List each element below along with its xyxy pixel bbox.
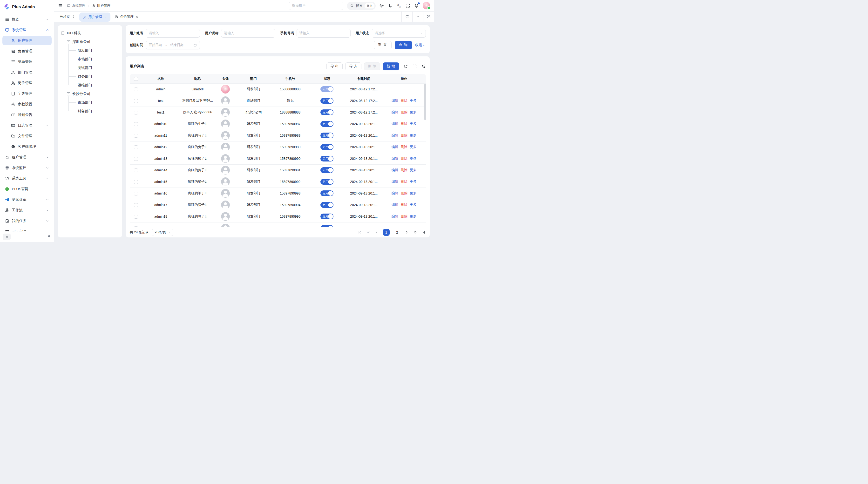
sidebar-collapse-button[interactable] [3,233,10,240]
delete-link[interactable]: 删除 [401,168,407,172]
delete-link[interactable]: 删除 [401,133,407,138]
edit-link[interactable]: 编辑 [392,99,398,103]
sidebar-item-tenant-management[interactable]: 租户管理 [2,152,52,162]
edit-link[interactable]: 编辑 [392,110,398,115]
tree-node[interactable]: 市场部门 [72,55,119,63]
sidebar-item-file-management[interactable]: 文件管理 [2,131,52,141]
query-button[interactable]: 查 询 [395,41,412,49]
sidebar-item-param-settings[interactable]: 参数设置 [2,99,52,109]
tabbar-content-fullscreen-button[interactable] [423,11,434,22]
sidebar-item-plus-website[interactable]: PLUS官网 [2,184,52,194]
row-checkbox[interactable] [134,168,138,172]
sidebar-item-system-tools[interactable]: 系统工具 [2,173,52,183]
page-number-2[interactable]: 2 [394,229,401,236]
tabbar-refresh-button[interactable] [401,11,412,22]
translate-icon[interactable]: 文A [397,3,402,8]
row-checkbox[interactable] [134,146,138,149]
pin-icon[interactable] [72,15,75,19]
status-toggle[interactable]: 启用 [320,98,334,104]
delete-link[interactable]: 删除 [401,180,407,184]
notifications-icon[interactable] [414,3,419,8]
prev-pages-button[interactable] [366,230,370,234]
export-button[interactable]: 导 出 [327,62,343,70]
dark-mode-icon[interactable] [388,3,393,8]
sidebar-item-post-management[interactable]: 岗位管理 [2,78,52,88]
sidebar-item-test-menu[interactable]: 测试菜单 [2,195,52,204]
sidebar-item-my-tasks[interactable]: 我的任务 [2,216,52,226]
status-toggle[interactable]: 启用 [320,144,334,150]
tree-collapse-icon[interactable] [66,40,70,44]
edit-link[interactable]: 编辑 [392,203,398,207]
close-icon[interactable] [135,15,138,18]
status-toggle[interactable]: 启用 [320,225,334,227]
more-link[interactable]: 更多 [410,191,416,195]
sidebar-item-role-management[interactable]: 角色管理 [2,46,52,56]
sidebar-item-user-management[interactable]: 用户管理 [2,36,52,45]
tree-collapse-icon[interactable] [61,31,65,35]
hamburger-menu-button[interactable] [57,2,64,9]
more-link[interactable]: 更多 [410,133,416,138]
sidebar-item-gitee-log[interactable]: Ggitee记录 [2,227,52,231]
column-settings-icon[interactable] [421,64,426,69]
more-link[interactable]: 更多 [410,214,416,219]
status-toggle[interactable]: 启用 [320,190,334,196]
row-checkbox[interactable] [134,180,138,184]
row-checkbox[interactable] [134,192,138,195]
table-fullscreen-icon[interactable] [412,64,417,69]
delete-link[interactable]: 删除 [401,122,407,126]
edit-link[interactable]: 编辑 [392,122,398,126]
tree-node[interactable]: 研发部门 [72,46,119,55]
delete-link[interactable]: 删除 [401,145,407,149]
delete-button[interactable]: 删 除 [364,62,380,70]
sidebar-item-system-monitor[interactable]: 系统监控 [2,163,52,172]
sidebar-item-notice[interactable]: 通知公告 [2,110,52,120]
breadcrumb-item-system-management[interactable]: 系统管理 [67,4,85,8]
edit-link[interactable]: 编辑 [392,168,398,172]
tree-node[interactable]: 运维部门 [72,81,119,90]
prev-page-button[interactable] [374,230,379,234]
fullscreen-icon[interactable] [405,3,410,8]
tree-node[interactable]: 测试部门 [72,63,119,72]
row-checkbox[interactable] [134,134,138,138]
collapse-filters-link[interactable]: 收起 [415,43,426,47]
page-number-1[interactable]: 1 [383,229,390,236]
tree-collapse-icon[interactable] [66,92,70,96]
edit-link[interactable]: 编辑 [392,191,398,195]
more-link[interactable]: 更多 [410,156,416,161]
status-toggle[interactable]: 启用 [320,167,334,173]
more-link[interactable]: 更多 [410,168,416,172]
user-nickname-input[interactable]: 请输入 [221,29,275,38]
tree-node[interactable]: XXX科技 [61,29,119,37]
next-page-button[interactable] [405,230,409,234]
sidebar-item-client-management[interactable]: 客户端管理 [2,142,52,151]
more-link[interactable]: 更多 [410,145,416,149]
sidebar-item-menu-management[interactable]: 菜单管理 [2,57,52,67]
sidebar-item-overview[interactable]: 概览 [2,14,52,24]
row-checkbox[interactable] [134,99,138,103]
more-link[interactable]: 更多 [410,110,416,115]
sidebar-item-system-management[interactable]: 系统管理 [2,25,52,35]
user-avatar[interactable] [423,2,430,9]
status-toggle[interactable]: 启用 [320,133,334,138]
import-button[interactable]: 导 入 [345,62,362,70]
row-checkbox[interactable] [134,226,138,227]
status-toggle[interactable]: 启用 [320,121,334,127]
user-status-input[interactable]: 请选择 [372,29,426,38]
status-toggle[interactable]: 启用 [320,202,334,208]
more-link[interactable]: 更多 [410,122,416,126]
more-link[interactable]: 更多 [410,203,416,207]
tab-role-management[interactable]: 角色管理 [111,11,142,22]
edit-link[interactable]: 编辑 [392,156,398,161]
status-toggle[interactable]: 启用 [320,179,334,185]
page-size-select[interactable]: 20条/页 [152,229,173,236]
tab-analysis[interactable]: 分析页 [56,11,79,22]
next-pages-button[interactable] [413,230,417,234]
delete-link[interactable]: 删除 [401,156,407,161]
user-account-input[interactable]: 请输入 [146,29,200,38]
status-toggle[interactable]: 启用 [320,86,334,92]
edit-link[interactable]: 编辑 [392,214,398,219]
row-checkbox[interactable] [134,203,138,207]
add-button[interactable]: 新 增 [383,62,399,70]
phone-number-input[interactable]: 请输入 [297,29,350,38]
select-all-checkbox[interactable] [134,77,138,81]
